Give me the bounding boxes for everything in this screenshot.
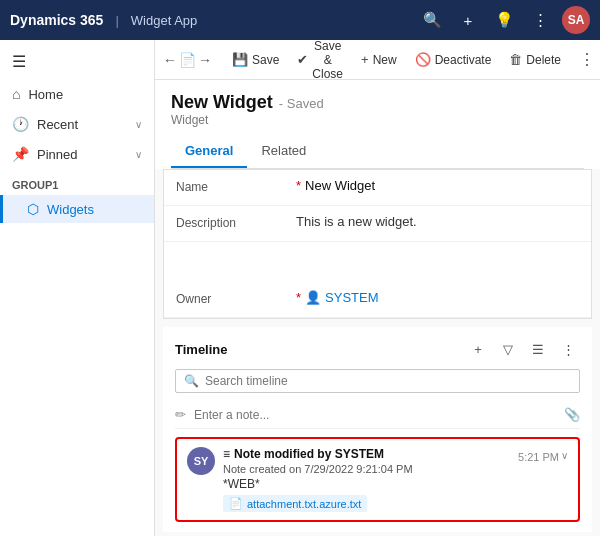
sidebar-item-recent[interactable]: 🕐 Recent ∨ [0,109,154,139]
form-title: New Widget [171,92,273,113]
name-required-indicator: * [296,178,301,193]
timeline-more-icon[interactable]: ⋮ [556,337,580,361]
entry-body: *WEB* [223,477,500,491]
entry-time-col: 5:21 PM ∨ [508,447,568,463]
description-field-value[interactable]: This is a new widget. [296,214,417,229]
recent-icon: 🕐 [12,116,29,132]
sidebar-item-pinned[interactable]: 📌 Pinned ∨ [0,139,154,169]
search-icon[interactable]: 🔍 [418,6,446,34]
expand-icon[interactable]: ∨ [561,450,568,461]
owner-person-icon: 👤 [305,290,321,305]
form-area: New Widget - Saved Widget General Relate… [155,80,600,536]
back-button[interactable]: ← [163,46,177,74]
owner-field-label: Owner [176,290,296,306]
top-navigation: Dynamics 365 | Widget App 🔍 + 💡 ⋮ SA [0,0,600,40]
new-button[interactable]: + New [353,47,405,72]
forward-button[interactable]: → [198,46,212,74]
sidebar-widgets-label: Widgets [47,202,94,217]
deactivate-icon: 🚫 [415,52,431,67]
timeline-search-box[interactable]: 🔍 [175,369,580,393]
more-commands-icon[interactable]: ⋮ [573,45,600,74]
entry-time: 5:21 PM [518,451,559,463]
form-subtitle: Widget [171,113,584,127]
timeline-search-input[interactable] [205,374,571,388]
note-input-field[interactable] [194,408,564,422]
entry-time-row: 5:21 PM ∨ [518,447,568,463]
deactivate-button[interactable]: 🚫 Deactivate [407,47,500,72]
hamburger-menu-icon[interactable]: ☰ [0,44,154,79]
sidebar-pinned-label: Pinned [37,147,77,162]
save-icon: 💾 [232,52,248,67]
sidebar-home-label: Home [28,87,63,102]
saved-label: - Saved [279,96,324,111]
note-icon: ≡ [223,447,230,461]
name-field-row: Name * New Widget [164,170,591,206]
tab-related[interactable]: Related [247,135,320,168]
form-tabs: General Related [171,135,584,169]
sidebar-item-widgets[interactable]: ⬡ Widgets [0,195,154,223]
app-name: Widget App [131,13,198,28]
delete-label: Delete [526,53,561,67]
pin-icon: 📌 [12,146,29,162]
attachment-file-icon: 📄 [229,497,243,510]
delete-icon: 🗑 [509,52,522,67]
form-header: New Widget - Saved Widget General Relate… [155,80,600,169]
chevron-down-icon-pinned: ∨ [135,149,142,160]
brand-name: Dynamics 365 [10,12,103,28]
command-bar: ← 📄 → 💾 Save ✔ Save & Close + New 🚫 Deac… [155,40,600,80]
save-label: Save [252,53,279,67]
lightbulb-icon[interactable]: 💡 [490,6,518,34]
home-icon: ⌂ [12,86,20,102]
timeline-entry: SY ≡ Note modified by SYSTEM Note create… [175,437,580,522]
form-body: Name * New Widget Description This is a … [163,169,592,319]
delete-button[interactable]: 🗑 Delete [501,47,569,72]
new-label: New [373,53,397,67]
attachment-icon[interactable]: 📎 [564,407,580,422]
entry-content: ≡ Note modified by SYSTEM Note created o… [223,447,500,512]
description-field-row: Description This is a new widget. [164,206,591,242]
sidebar-recent-label: Recent [37,117,78,132]
entry-avatar: SY [187,447,215,475]
timeline-section: Timeline + ▽ ☰ ⋮ 🔍 ✏ 📎 [163,327,592,532]
save-button[interactable]: 💾 Save [224,47,287,72]
widgets-icon: ⬡ [27,201,39,217]
main-content: ← 📄 → 💾 Save ✔ Save & Close + New 🚫 Deac… [155,40,600,536]
attachment-link[interactable]: 📄 attachment.txt.azure.txt [223,495,367,512]
name-field-label: Name [176,178,296,194]
entry-meta: Note created on 7/29/2022 9:21:04 PM [223,463,500,475]
timeline-actions: + ▽ ☰ ⋮ [466,337,580,361]
nav-divider: | [115,13,118,28]
sidebar: ☰ ⌂ Home 🕐 Recent ∨ 📌 Pinned ∨ Group1 ⬡ … [0,40,155,536]
description-field-label: Description [176,214,296,230]
timeline-search-icon: 🔍 [184,374,199,388]
page-icon-button[interactable]: 📄 [179,46,196,74]
sidebar-item-home[interactable]: ⌂ Home [0,79,154,109]
user-avatar[interactable]: SA [562,6,590,34]
entry-title: ≡ Note modified by SYSTEM [223,447,500,461]
timeline-add-button[interactable]: + [466,337,490,361]
add-icon[interactable]: + [454,6,482,34]
note-input-row: ✏ 📎 [175,401,580,429]
save-close-icon: ✔ [297,52,308,67]
deactivate-label: Deactivate [435,53,492,67]
owner-field-value[interactable]: 👤 SYSTEM [305,290,378,305]
owner-required-indicator: * [296,290,301,305]
more-options-icon[interactable]: ⋮ [526,6,554,34]
chevron-down-icon: ∨ [135,119,142,130]
name-field-value[interactable]: New Widget [305,178,375,193]
tab-general[interactable]: General [171,135,247,168]
save-close-button[interactable]: ✔ Save & Close [289,40,351,86]
save-close-label: Save & Close [312,40,343,81]
owner-field-row: Owner * 👤 SYSTEM [164,282,591,318]
form-spacer [164,242,591,282]
new-icon: + [361,52,369,67]
timeline-header: Timeline + ▽ ☰ ⋮ [175,337,580,361]
pencil-icon: ✏ [175,407,186,422]
sidebar-group-label: Group1 [0,169,154,195]
timeline-title: Timeline [175,342,466,357]
timeline-list-icon[interactable]: ☰ [526,337,550,361]
timeline-filter-icon[interactable]: ▽ [496,337,520,361]
